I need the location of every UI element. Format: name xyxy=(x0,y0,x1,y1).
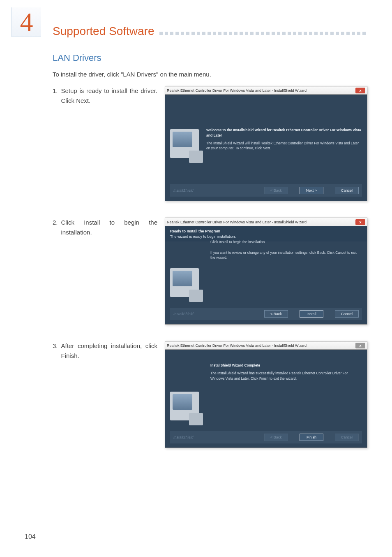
page-title: Supported Software xyxy=(53,25,154,38)
chapter-number: 4 xyxy=(20,7,33,37)
intro-text: To install the driver, click "LAN Driver… xyxy=(53,71,367,78)
install-dialog-1: Realtek Ethernet Controller Driver For W… xyxy=(165,86,367,201)
computer-icon xyxy=(170,392,199,420)
dialog-line1: Click Install to begin the installation. xyxy=(210,240,266,244)
close-icon[interactable]: x xyxy=(355,88,365,93)
finish-button[interactable]: Finish xyxy=(300,434,323,441)
brand-label: InstallShield xyxy=(173,435,194,439)
step-num: 1. xyxy=(53,86,58,106)
brand-label: InstallShield xyxy=(173,188,194,193)
cancel-button[interactable]: Cancel xyxy=(335,187,359,194)
next-button[interactable]: Next > xyxy=(300,187,323,194)
chapter-tab: 4 xyxy=(12,7,41,37)
cancel-button[interactable]: Cancel xyxy=(335,310,359,318)
dialog-heading: InstallShield Wizard Complete xyxy=(210,363,362,368)
section-heading: LAN Drivers xyxy=(53,53,367,63)
cancel-button: Cancel xyxy=(335,434,359,441)
dialog-sub-title: Ready to Install the Program xyxy=(170,229,220,233)
dialog-heading: Welcome to the InstallShield Wizard for … xyxy=(206,128,362,138)
close-icon: x xyxy=(355,343,365,348)
close-icon[interactable]: x xyxy=(355,219,365,225)
install-button[interactable]: Install xyxy=(300,310,323,318)
step-2: 2. Click Install to begin the installati… xyxy=(53,218,367,325)
page-header: Supported Software xyxy=(53,25,367,38)
step-num: 3. xyxy=(53,341,58,361)
dialog-sub-desc: The wizard is ready to begin installatio… xyxy=(170,234,236,239)
step-desc: Setup is ready to install the driver. Cl… xyxy=(61,86,157,106)
dialog-title: Realtek Ethernet Controller Driver For W… xyxy=(167,220,307,224)
dialog-body: The InstallShield Wizard will install Re… xyxy=(206,141,359,151)
computer-icon xyxy=(170,129,199,158)
step-desc: After completing installation, click Fin… xyxy=(61,341,157,361)
brand-label: InstallShield xyxy=(173,312,194,316)
dialog-body: The InstallShield Wizard has successfull… xyxy=(210,371,348,381)
dialog-title: Realtek Ethernet Controller Driver For W… xyxy=(167,343,307,348)
install-dialog-3: Realtek Ethernet Controller Driver For W… xyxy=(165,341,367,448)
decorative-dots xyxy=(159,29,368,37)
step-desc: Click Install to begin the installation. xyxy=(61,218,157,237)
back-button: < Back xyxy=(264,187,288,194)
back-button[interactable]: < Back xyxy=(264,310,288,318)
step-3: 3. After completing installation, click … xyxy=(53,341,367,448)
install-dialog-2: Realtek Ethernet Controller Driver For W… xyxy=(165,218,367,325)
dialog-line2: If you want to review or change any of y… xyxy=(210,251,357,260)
computer-icon xyxy=(170,268,199,297)
step-num: 2. xyxy=(53,218,58,237)
page-number: 104 xyxy=(25,533,36,541)
step-1: 1. Setup is ready to install the driver.… xyxy=(53,86,367,201)
back-button: < Back xyxy=(264,434,288,441)
dialog-title: Realtek Ethernet Controller Driver For W… xyxy=(167,88,307,93)
